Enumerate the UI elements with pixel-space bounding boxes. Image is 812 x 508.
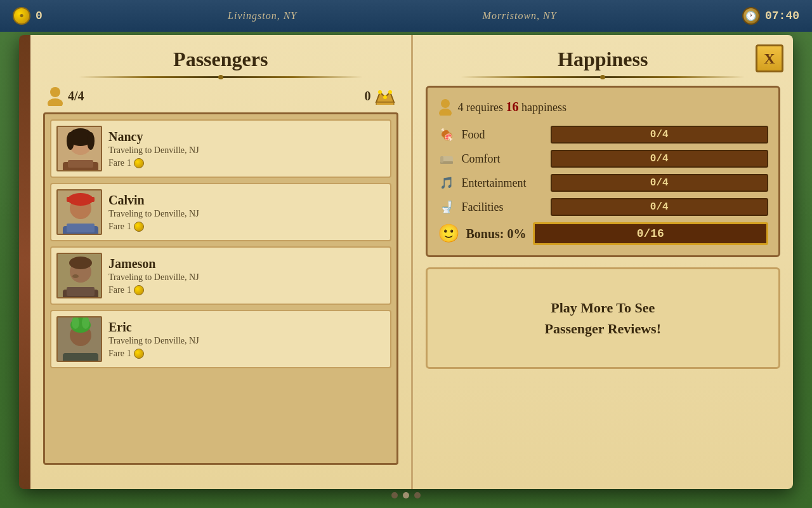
bottom-dots [391, 492, 421, 498]
svg-point-6 [388, 90, 392, 94]
passengers-title: Passengers [43, 48, 398, 71]
passenger-item: Nancy Traveling to Denville, NJ Fare 1 [50, 119, 391, 178]
dot-3 [414, 492, 421, 498]
right-page: Happiness X 4 requires 16 happiness 🍖 Fo… [413, 35, 794, 489]
city-right: Morristown, NY [483, 10, 557, 22]
passenger-info-jameson: Jameson Traveling to Denville, NJ Fare 1 [108, 257, 385, 295]
happiness-req-text: 4 requires 16 happiness [458, 100, 566, 114]
avatar-nancy [56, 126, 102, 171]
stat-bar-comfort: 0/4 [551, 150, 769, 168]
book-container: Passengers 4/4 0 [19, 35, 793, 489]
stat-row-facilities: 🚽 Facilities 0/4 [438, 198, 769, 216]
passenger-item: Jameson Traveling to Denville, NJ Fare 1 [50, 246, 391, 305]
stat-value-entertainment: 0/4 [650, 177, 669, 189]
avatar-eric [56, 316, 102, 362]
close-button[interactable]: X [756, 44, 783, 72]
stat-value-facilities: 0/4 [650, 201, 669, 213]
book-spine [19, 35, 30, 489]
svg-point-10 [67, 132, 74, 150]
crown-icon [375, 87, 395, 105]
stat-row-comfort: Comfort 0/4 [438, 150, 769, 168]
svg-rect-13 [68, 160, 93, 168]
passenger-dest: Traveling to Denville, NJ [108, 145, 385, 156]
bonus-value: 0/16 [637, 227, 664, 240]
passenger-item: Eric Traveling to Denville, NJ Fare 1 [50, 310, 391, 368]
passenger-info-calvin: Calvin Traveling to Denville, NJ Fare 1 [108, 193, 385, 232]
city-left: Livingston, NY [228, 10, 297, 22]
dot-2 [403, 492, 409, 498]
svg-rect-19 [67, 224, 95, 232]
happiness-box: 4 requires 16 happiness 🍖 Food 0/4 [426, 86, 781, 257]
svg-point-32 [441, 99, 450, 108]
happiness-header: 4 requires 16 happiness [438, 98, 769, 116]
coin-icon: ● [13, 7, 30, 25]
avatar-jameson [56, 253, 102, 298]
dot-1 [391, 492, 398, 498]
person-icon [46, 86, 64, 106]
svg-point-22 [69, 257, 92, 269]
facilities-icon: 🚽 [438, 198, 455, 216]
count-text: 4/4 [68, 89, 84, 104]
svg-point-0 [50, 87, 60, 97]
header-bar: ● 0 Livingston, NY Morristown, NY 🕐 07:4… [0, 0, 812, 32]
passenger-fare: Fare 1 [108, 222, 385, 232]
svg-point-33 [439, 109, 452, 116]
header-right: 🕐 07:40 [742, 7, 799, 25]
passenger-name: Nancy [108, 130, 385, 144]
bonus-label: Bonus: 0% [466, 227, 527, 241]
fare-coin-calvin [134, 222, 144, 232]
time-display: 07:40 [765, 10, 799, 22]
passenger-dest: Traveling to Denville, NJ [108, 272, 385, 283]
header-left: ● 0 [13, 7, 43, 25]
passenger-name: Calvin [108, 193, 385, 208]
svg-rect-17 [67, 197, 95, 202]
stat-label-entertainment: Entertainment [462, 177, 544, 190]
happiness-title: Happiness [426, 48, 781, 71]
svg-point-23 [72, 274, 79, 278]
bonus-row: 🙂 Bonus: 0% 0/16 [438, 222, 769, 245]
avatar-calvin [56, 189, 102, 235]
stat-label-comfort: Comfort [462, 152, 544, 166]
fare-coin-eric [134, 349, 144, 359]
svg-point-5 [383, 95, 387, 99]
stat-label-food: Food [462, 128, 544, 142]
svg-rect-3 [376, 102, 394, 105]
passenger-dest: Traveling to Denville, NJ [108, 209, 385, 219]
left-page: Passengers 4/4 0 [30, 35, 413, 489]
passenger-dest: Traveling to Denville, NJ [108, 336, 385, 346]
passenger-fare: Fare 1 [108, 349, 385, 359]
stat-row-food: 🍖 Food 0/4 [438, 126, 769, 144]
passenger-list: Nancy Traveling to Denville, NJ Fare 1 [43, 112, 398, 465]
stat-row-entertainment: 🎵 Entertainment 0/4 [438, 174, 769, 192]
title-divider-left [79, 76, 363, 78]
passenger-name: Jameson [108, 257, 385, 271]
clock-icon: 🕐 [742, 7, 760, 25]
stat-bar-food: 0/4 [551, 126, 769, 144]
bonus-emoji: 🙂 [438, 223, 460, 244]
title-divider-right [461, 76, 745, 78]
coin-value: 0 [36, 10, 43, 22]
crown-count: 0 [365, 89, 371, 104]
fare-coin-jameson [134, 285, 144, 295]
entertainment-icon: 🎵 [438, 174, 455, 192]
svg-point-4 [378, 90, 382, 94]
happiness-number: 16 [506, 100, 518, 114]
bonus-bar: 0/16 [533, 222, 768, 245]
stat-value-comfort: 0/4 [650, 153, 669, 164]
stat-value-food: 0/4 [650, 129, 669, 140]
reviews-text: Play More To SeePassenger Reviews! [545, 297, 662, 339]
passenger-info-nancy: Nancy Traveling to Denville, NJ Fare 1 [108, 130, 385, 168]
passenger-info-eric: Eric Traveling to Denville, NJ Fare 1 [108, 320, 385, 359]
passenger-name: Eric [108, 320, 385, 335]
passenger-fare: Fare 1 [108, 285, 385, 295]
comfort-icon [438, 150, 455, 168]
passenger-count: 4/4 [46, 86, 84, 106]
stat-bar-facilities: 0/4 [551, 198, 769, 216]
crown-area: 0 [365, 87, 395, 105]
svg-rect-36 [440, 156, 443, 163]
reviews-box: Play More To SeePassenger Reviews! [426, 267, 781, 369]
passenger-item: Calvin Traveling to Denville, NJ Fare 1 [50, 183, 391, 241]
stats-bar: 4/4 0 [43, 86, 398, 106]
svg-rect-25 [67, 287, 95, 296]
stat-bar-entertainment: 0/4 [551, 174, 769, 192]
